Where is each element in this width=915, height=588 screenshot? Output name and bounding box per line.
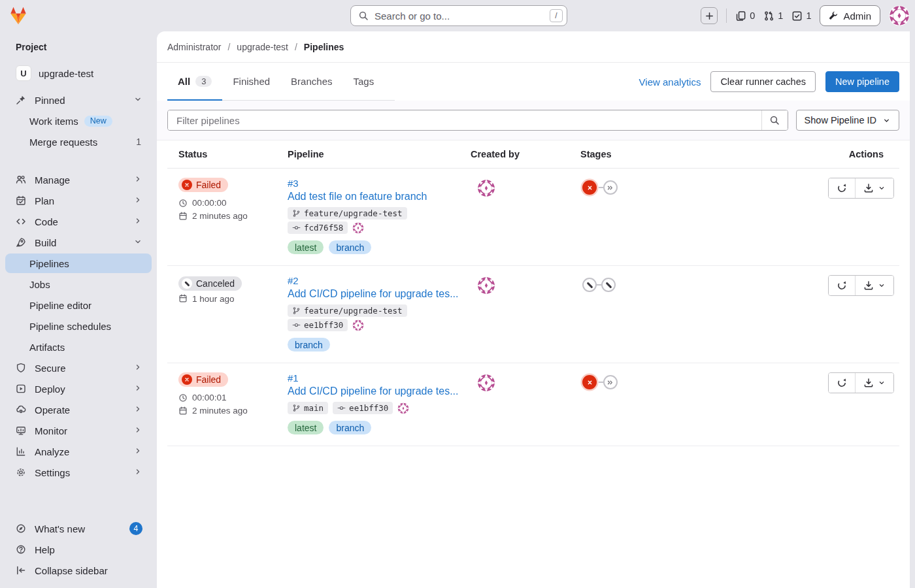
create-new-button[interactable] xyxy=(701,7,718,24)
retry-pipeline-button[interactable] xyxy=(829,178,855,198)
sidebar-item-jobs[interactable]: Jobs xyxy=(5,274,152,294)
branch-ref-link[interactable]: feature/upgrade-test xyxy=(288,304,407,317)
branch-badge[interactable]: branch xyxy=(329,240,371,254)
creator-avatar[interactable] xyxy=(477,374,495,392)
pipelines-table: Status Pipeline Created by Stages Action… xyxy=(157,140,910,446)
todos-counter[interactable]: 1 xyxy=(791,10,811,22)
tab-branches[interactable]: Branches xyxy=(280,63,342,101)
issues-icon xyxy=(735,10,746,22)
new-pipeline-button[interactable]: New pipeline xyxy=(825,71,899,92)
pipelines-header: All 3 Finished Branches Tags View analyt… xyxy=(157,63,910,101)
view-analytics-link[interactable]: View analytics xyxy=(639,76,701,88)
sidebar-item-manage[interactable]: Manage xyxy=(5,170,152,189)
all-count-badge: 3 xyxy=(195,76,212,87)
sidebar-item-build[interactable]: Build xyxy=(5,233,152,252)
latest-badge[interactable]: latest xyxy=(288,240,324,254)
pipeline-row: Canceled 1 hour ago #2 Add CI/CD pipelin… xyxy=(167,266,899,363)
pipeline-id-link[interactable]: #3 xyxy=(288,178,299,189)
admin-mode-button[interactable]: Admin xyxy=(820,5,880,26)
tab-finished[interactable]: Finished xyxy=(222,63,280,101)
tab-all[interactable]: All 3 xyxy=(167,63,222,101)
pipeline-duration: 00:00:00 xyxy=(178,198,288,208)
merge-requests-counter[interactable]: 1 xyxy=(763,10,783,22)
chevron-down-icon xyxy=(133,237,142,248)
whats-new-badge: 4 xyxy=(129,522,142,535)
creator-avatar[interactable] xyxy=(477,276,495,295)
sidebar-item-plan[interactable]: Plan xyxy=(5,191,152,210)
branch-badge[interactable]: branch xyxy=(329,421,371,434)
sidebar-item-artifacts[interactable]: Artifacts xyxy=(5,337,152,357)
pipeline-age: 2 minutes ago xyxy=(178,211,288,221)
todo-icon xyxy=(791,10,803,22)
filter-bar: Show Pipeline ID xyxy=(157,101,910,140)
pipeline-status-badge[interactable]: Failed xyxy=(178,178,228,192)
issues-counter[interactable]: 0 xyxy=(735,10,755,22)
tab-tags[interactable]: Tags xyxy=(342,63,384,101)
sidebar-item-operate[interactable]: Operate xyxy=(5,400,152,419)
download-icon xyxy=(863,280,874,291)
commit-sha-link[interactable]: ee1bff30 xyxy=(333,402,393,414)
stage-failed-icon[interactable] xyxy=(582,375,597,389)
branch-ref-link[interactable]: feature/upgrade-test xyxy=(288,207,407,220)
branch-badge[interactable]: branch xyxy=(288,338,330,351)
header-pipeline: Pipeline xyxy=(288,149,471,159)
commit-author-avatar[interactable] xyxy=(352,222,364,234)
global-search[interactable]: Search or go to... / xyxy=(350,5,567,26)
header-actions: Actions xyxy=(737,149,899,159)
branch-ref-link[interactable]: main xyxy=(288,402,328,414)
breadcrumb-administrator[interactable]: Administrator xyxy=(167,42,221,52)
show-pipeline-id-dropdown[interactable]: Show Pipeline ID xyxy=(796,110,899,131)
retry-pipeline-button[interactable] xyxy=(829,276,855,295)
sidebar-item-pipelines[interactable]: Pipelines xyxy=(5,253,152,273)
download-artifacts-dropdown[interactable] xyxy=(855,276,893,295)
download-artifacts-dropdown[interactable] xyxy=(855,373,893,393)
gear-icon xyxy=(16,467,26,478)
sidebar-item-pipeline-schedules[interactable]: Pipeline schedules xyxy=(5,316,152,336)
pipeline-name-link[interactable]: Add CI/CD pipeline for upgrade tes... xyxy=(288,288,471,300)
sidebar-item-secure[interactable]: Secure xyxy=(5,358,152,378)
commit-sha-link[interactable]: ee1bff30 xyxy=(288,319,348,331)
pipeline-id-link[interactable]: #1 xyxy=(288,372,299,384)
sidebar-item-deploy[interactable]: Deploy xyxy=(5,379,152,399)
sidebar-item-pinned[interactable]: Pinned xyxy=(5,90,152,110)
pipeline-refs: feature/upgrade-testfcd76f58 xyxy=(288,207,471,234)
collapse-sidebar-button[interactable]: Collapse sidebar xyxy=(5,561,152,580)
stage-skipped-icon[interactable] xyxy=(603,180,618,195)
gitlab-logo[interactable] xyxy=(8,6,28,25)
pipeline-status-badge[interactable]: Failed xyxy=(178,372,228,387)
chevron-down-icon xyxy=(882,116,891,125)
commit-author-avatar[interactable] xyxy=(352,319,364,331)
pipeline-name-link[interactable]: Add CI/CD pipeline for upgrade tes... xyxy=(288,385,471,397)
sidebar-item-pipeline-editor[interactable]: Pipeline editor xyxy=(5,295,152,315)
stage-skipped-icon[interactable] xyxy=(603,375,618,389)
pipeline-id-link[interactable]: #2 xyxy=(288,275,299,286)
sidebar-item-help[interactable]: Help xyxy=(5,540,152,559)
filter-pipelines-input[interactable] xyxy=(168,110,761,130)
sidebar-project-item[interactable]: U upgrade-test xyxy=(5,63,152,84)
sidebar-item-whats-new[interactable]: What's new 4 xyxy=(5,519,152,538)
user-avatar[interactable] xyxy=(889,5,910,26)
sidebar-item-settings[interactable]: Settings xyxy=(5,463,152,482)
pipeline-status-badge[interactable]: Canceled xyxy=(178,276,242,291)
sidebar-item-work-items[interactable]: Work items New xyxy=(5,111,152,131)
pipeline-name-link[interactable]: Add test file on feature branch xyxy=(288,191,471,203)
stage-canceled-icon[interactable] xyxy=(582,278,597,292)
download-artifacts-dropdown[interactable] xyxy=(855,178,893,198)
stage-canceled-icon[interactable] xyxy=(601,278,616,292)
retry-pipeline-button[interactable] xyxy=(829,373,855,393)
clear-runner-caches-button[interactable]: Clear runner caches xyxy=(710,71,816,92)
latest-badge[interactable]: latest xyxy=(288,421,324,434)
breadcrumb-project[interactable]: upgrade-test xyxy=(237,42,288,52)
commit-sha-link[interactable]: fcd76f58 xyxy=(288,221,348,234)
pipeline-refs: mainee1bff30 xyxy=(288,402,471,414)
stage-failed-icon[interactable] xyxy=(582,180,597,195)
sidebar-item-merge-requests[interactable]: Merge requests 1 xyxy=(5,132,152,152)
sidebar-item-analyze[interactable]: Analyze xyxy=(5,442,152,461)
pipeline-duration: 00:00:01 xyxy=(178,393,288,402)
filter-search-button[interactable] xyxy=(761,110,788,130)
creator-avatar[interactable] xyxy=(477,179,495,197)
sidebar-item-code[interactable]: Code xyxy=(5,212,152,231)
pipeline-age: 2 minutes ago xyxy=(178,406,288,416)
commit-author-avatar[interactable] xyxy=(397,402,409,414)
sidebar-item-monitor[interactable]: Monitor xyxy=(5,421,152,440)
